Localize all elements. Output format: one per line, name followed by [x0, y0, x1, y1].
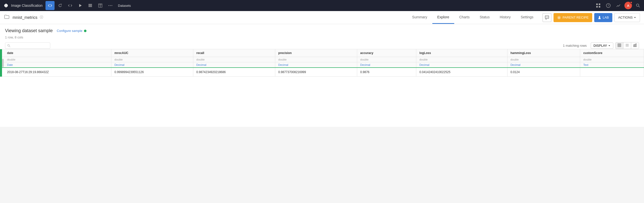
search-input[interactable] — [12, 44, 48, 47]
code-icon[interactable] — [66, 1, 75, 10]
tab-status[interactable]: Status — [475, 11, 495, 24]
col-header-logloss: logLoss — [416, 49, 507, 57]
content-area: Viewing dataset sample Configure sample … — [0, 24, 644, 49]
svg-rect-10 — [596, 4, 598, 5]
green-dot-indicator — [84, 30, 86, 32]
topbar-right: ? A — [594, 2, 642, 10]
table-icon[interactable] — [96, 1, 105, 10]
type-mrocauc: double — [111, 57, 193, 62]
svg-rect-39 — [635, 44, 635, 47]
matching-rows-label: 1 matching rows — [563, 44, 587, 47]
grid-view-button[interactable] — [616, 42, 623, 49]
help-icon[interactable]: ? — [604, 2, 612, 10]
svg-rect-30 — [618, 44, 621, 47]
col-header-recall: recall — [193, 49, 275, 57]
tab-charts[interactable]: Charts — [454, 11, 475, 24]
col-header-hammingloss: hammingLoss — [507, 49, 580, 57]
meaning-date[interactable]: Date — [2, 62, 111, 68]
tab-summary[interactable]: Summary — [407, 11, 432, 24]
nav-tabs: Summary Explore Charts Status History Se… — [407, 11, 538, 24]
type-precision: double — [275, 57, 357, 62]
navigate-icon[interactable] — [45, 1, 55, 10]
meaning-precision[interactable]: Decimal — [275, 62, 357, 68]
table-meaning-row: Date Decimal Decimal Decimal Decimal Dec… — [2, 62, 644, 68]
svg-line-17 — [639, 6, 640, 8]
svg-point-9 — [112, 5, 112, 6]
svg-rect-40 — [636, 44, 636, 47]
type-recall: double — [193, 57, 275, 62]
avatar[interactable]: A — [624, 2, 632, 9]
svg-marker-26 — [634, 17, 636, 18]
meaning-hammingloss[interactable]: Decimal — [507, 62, 580, 68]
lab-button[interactable]: LAB — [594, 13, 613, 22]
display-button[interactable]: DISPLAY — [591, 42, 613, 49]
cell-customscore — [580, 68, 644, 77]
grid-icon[interactable] — [594, 2, 602, 10]
chat-button[interactable] — [542, 13, 551, 22]
trend-icon[interactable] — [614, 2, 622, 10]
type-customscore: double — [580, 57, 644, 62]
parent-recipe-button[interactable]: ⚙ PARENT RECIPE — [554, 13, 592, 22]
more-icon[interactable] — [106, 1, 115, 10]
actions-button[interactable]: ACTIONS — [614, 13, 640, 22]
meaning-accuracy[interactable]: Decimal — [357, 62, 416, 68]
table-header-row: date mrocAUC recall precision accuracy l… — [2, 49, 644, 57]
secondbar-actions: ⚙ PARENT RECIPE LAB ACTIONS — [542, 13, 640, 22]
run-icon[interactable] — [76, 1, 85, 10]
svg-point-27 — [8, 44, 9, 46]
dataset-name: mnist_metrics — [13, 15, 37, 20]
svg-rect-1 — [88, 4, 92, 5]
dataset-settings-icon[interactable] — [39, 15, 43, 20]
svg-rect-3 — [88, 6, 92, 7]
refresh-icon[interactable] — [56, 1, 65, 10]
svg-point-7 — [109, 5, 109, 6]
type-date: double — [2, 57, 111, 62]
folder-icon[interactable] — [4, 14, 10, 21]
app-logo — [2, 2, 10, 10]
svg-point-16 — [636, 4, 639, 7]
svg-marker-0 — [79, 4, 82, 7]
search-box[interactable] — [5, 42, 50, 49]
cell-logloss: 0.04142402410022525 — [416, 68, 507, 77]
table-type-row: double double double double double doubl… — [2, 57, 644, 62]
toolbar: 1 matching rows DISPLAY — [5, 42, 639, 49]
svg-marker-29 — [609, 45, 610, 46]
datasets-label: Datasets — [118, 4, 131, 8]
configure-sample-link[interactable]: Configure sample — [57, 29, 86, 33]
tab-explore[interactable]: Explore — [432, 11, 454, 24]
toolbar-right: 1 matching rows DISPLAY — [563, 42, 639, 49]
list-view-button[interactable] — [623, 42, 631, 49]
avatar-badge — [630, 1, 632, 4]
col-header-customscore: customScore — [580, 49, 644, 57]
type-logloss: double — [416, 57, 507, 62]
svg-point-19 — [41, 17, 42, 18]
data-table: date mrocAUC recall precision accuracy l… — [2, 49, 644, 77]
svg-line-28 — [9, 46, 10, 47]
scroll-handle[interactable] — [2, 59, 4, 67]
meaning-customscore[interactable]: Text — [580, 62, 644, 68]
svg-point-20 — [546, 17, 546, 17]
topbar: Image Classification Datasets ? A — [0, 0, 644, 11]
col-header-accuracy: accuracy — [357, 49, 416, 57]
stack-icon[interactable] — [86, 1, 95, 10]
type-accuracy: double — [357, 57, 416, 62]
tab-settings[interactable]: Settings — [516, 11, 538, 24]
meaning-logloss[interactable]: Decimal — [416, 62, 507, 68]
cell-accuracy: 0.9876 — [357, 68, 416, 77]
green-left-bar — [0, 49, 2, 77]
cell-recall: 0.9874234920218686 — [193, 68, 275, 77]
search-icon[interactable] — [634, 2, 642, 10]
tab-history[interactable]: History — [495, 11, 516, 24]
svg-point-22 — [547, 17, 548, 17]
meaning-mrocauc[interactable]: Decimal — [111, 62, 193, 68]
chart-view-button[interactable] — [631, 42, 639, 49]
app-title: Image Classification — [11, 4, 42, 8]
meaning-recall[interactable]: Decimal — [193, 62, 275, 68]
svg-rect-11 — [599, 4, 600, 5]
empty-area — [0, 77, 644, 127]
svg-point-21 — [547, 17, 547, 17]
viewing-title: Viewing dataset sample — [5, 28, 53, 33]
content-header: Viewing dataset sample Configure sample — [5, 28, 639, 33]
svg-text:⚙: ⚙ — [558, 17, 560, 19]
cell-date: 2018-08-27T16:29:19.866432Z — [2, 68, 111, 77]
